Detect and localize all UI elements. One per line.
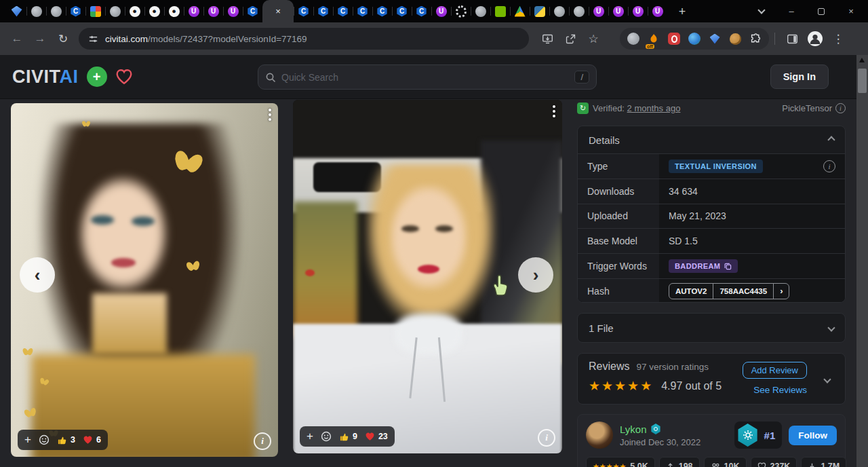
tab-github[interactable]: ● <box>125 0 144 22</box>
profile-avatar[interactable] <box>804 27 827 50</box>
extension-globe-icon[interactable] <box>624 29 643 48</box>
emoji-reaction-icon[interactable] <box>321 431 332 442</box>
type-badge[interactable]: TEXTUAL INVERSION <box>669 160 763 173</box>
tab-search-chevron-icon[interactable] <box>749 3 774 20</box>
active-tab[interactable]: × <box>262 0 294 22</box>
support-heart-icon[interactable] <box>115 69 133 85</box>
page-scrollbar[interactable] <box>856 55 868 467</box>
search-input[interactable]: Quick Search / <box>258 64 597 90</box>
install-icon[interactable] <box>536 27 559 50</box>
image-menu-icon[interactable] <box>269 109 271 121</box>
tab-civitai[interactable]: C <box>333 0 353 22</box>
verified-time-link[interactable]: 2 months ago <box>627 103 681 113</box>
creator-name[interactable]: Lykon <box>620 424 646 435</box>
tab-globe[interactable] <box>471 0 490 22</box>
extension-fire-icon[interactable]: off <box>644 29 663 48</box>
back-button[interactable]: ← <box>5 27 28 50</box>
reload-button[interactable]: ↻ <box>52 27 75 50</box>
tab-civitai[interactable]: C <box>294 0 313 22</box>
tab-globe[interactable] <box>46 0 66 22</box>
tab-globe[interactable] <box>569 0 589 22</box>
tab-python[interactable] <box>530 0 549 22</box>
tab-ublock[interactable]: U <box>203 0 223 22</box>
side-panel-icon[interactable] <box>781 27 804 50</box>
tab-globe[interactable] <box>105 0 125 22</box>
tab-github[interactable]: ● <box>144 0 164 22</box>
creator-avatar[interactable] <box>586 422 613 449</box>
tab-gem[interactable] <box>7 0 26 22</box>
minimize-button[interactable]: – <box>778 3 804 20</box>
image-menu-icon[interactable] <box>553 105 555 117</box>
extension-gem-icon[interactable] <box>705 29 724 48</box>
scrollbar-thumb[interactable] <box>858 69 867 93</box>
tab-close-icon[interactable]: × <box>273 6 283 17</box>
sign-in-button[interactable]: Sign In <box>770 64 829 89</box>
new-tab-button[interactable]: + <box>673 2 692 21</box>
tab-civitai[interactable]: C <box>412 0 431 22</box>
tab-diamond[interactable] <box>510 0 530 22</box>
heart-button[interactable]: 23 <box>365 432 388 441</box>
tab-ublock[interactable]: U <box>608 0 628 22</box>
extensions-puzzle-icon[interactable] <box>746 29 765 48</box>
type-info-icon[interactable]: i <box>823 160 835 172</box>
format-info-icon[interactable]: i <box>835 103 846 113</box>
trigger-word-badge[interactable]: BADDREAM <box>669 259 738 273</box>
stat-likes[interactable]: 237K <box>751 457 797 467</box>
extension-cookie-icon[interactable] <box>726 29 745 48</box>
tab-civitai[interactable]: C <box>372 0 392 22</box>
stat-followers[interactable]: 10K <box>704 457 747 467</box>
tab-ublock[interactable]: U <box>628 0 648 22</box>
tab-ublock[interactable]: U <box>648 0 667 22</box>
heart-button[interactable]: 6 <box>83 435 101 445</box>
file-card[interactable]: 1 File <box>577 313 846 343</box>
tab-civitai[interactable]: C <box>392 0 412 22</box>
address-bar[interactable]: civitai.com/models/72437?modelVersionId=… <box>79 28 529 50</box>
carousel-next-button[interactable]: › <box>518 257 553 293</box>
tab-civitai[interactable]: C <box>313 0 333 22</box>
tab-civitai[interactable]: C <box>243 0 262 22</box>
stat-rating[interactable]: ★★★★★ 5.0K <box>586 457 655 467</box>
follow-button[interactable]: Follow <box>789 426 837 445</box>
file-expand-icon[interactable] <box>827 324 835 331</box>
carousel-prev-button[interactable]: ‹ <box>20 257 55 293</box>
tab-ublock[interactable]: U <box>589 0 608 22</box>
maximize-button[interactable] <box>808 3 834 20</box>
add-reaction-button[interactable]: + <box>307 430 313 443</box>
scrollbar-up-arrow[interactable] <box>859 58 865 62</box>
share-icon[interactable] <box>559 27 582 50</box>
details-collapse-icon[interactable] <box>827 136 835 143</box>
add-reaction-button[interactable]: + <box>24 433 31 447</box>
tab-grid[interactable] <box>85 0 105 22</box>
create-button[interactable]: + <box>87 67 107 87</box>
site-info-icon[interactable] <box>88 34 98 44</box>
emoji-reaction-icon[interactable] <box>39 434 50 445</box>
tab-ublock[interactable]: U <box>431 0 451 22</box>
tab-github[interactable]: ● <box>164 0 184 22</box>
see-reviews-link[interactable]: See Reviews <box>753 385 807 395</box>
browser-menu-icon[interactable]: ⋮ <box>827 27 850 50</box>
bookmark-star-icon[interactable]: ☆ <box>582 27 605 50</box>
extension-planet-icon[interactable] <box>685 29 704 48</box>
tab-gear[interactable] <box>451 0 471 22</box>
tab-civitai[interactable]: C <box>353 0 372 22</box>
hash-pill[interactable]: AUTOV2 758AAC4435 › <box>669 283 789 299</box>
tab-civitai[interactable]: C <box>66 0 85 22</box>
stat-uploads[interactable]: 198 <box>659 457 700 467</box>
forward-button[interactable]: → <box>28 27 52 50</box>
thumbs-up-button[interactable]: 9 <box>339 432 357 442</box>
hash-expand-icon[interactable]: › <box>773 284 789 299</box>
tab-nvidia[interactable] <box>490 0 510 22</box>
stat-downloads[interactable]: 1.7M <box>801 457 846 467</box>
tab-globe[interactable] <box>26 0 46 22</box>
close-button[interactable]: × <box>838 3 864 20</box>
tab-globe[interactable] <box>549 0 569 22</box>
extension-opera-icon[interactable] <box>665 29 684 48</box>
image-info-button[interactable]: i <box>538 429 555 447</box>
image-info-button[interactable]: i <box>254 432 271 450</box>
rank-pill[interactable]: #1 <box>734 422 783 449</box>
tab-ublock[interactable]: U <box>223 0 243 22</box>
add-review-button[interactable]: Add Review <box>743 362 807 379</box>
tab-ublock[interactable]: U <box>184 0 203 22</box>
civitai-logo[interactable]: CIVITAI <box>12 67 79 88</box>
thumbs-up-button[interactable]: 3 <box>57 435 75 445</box>
